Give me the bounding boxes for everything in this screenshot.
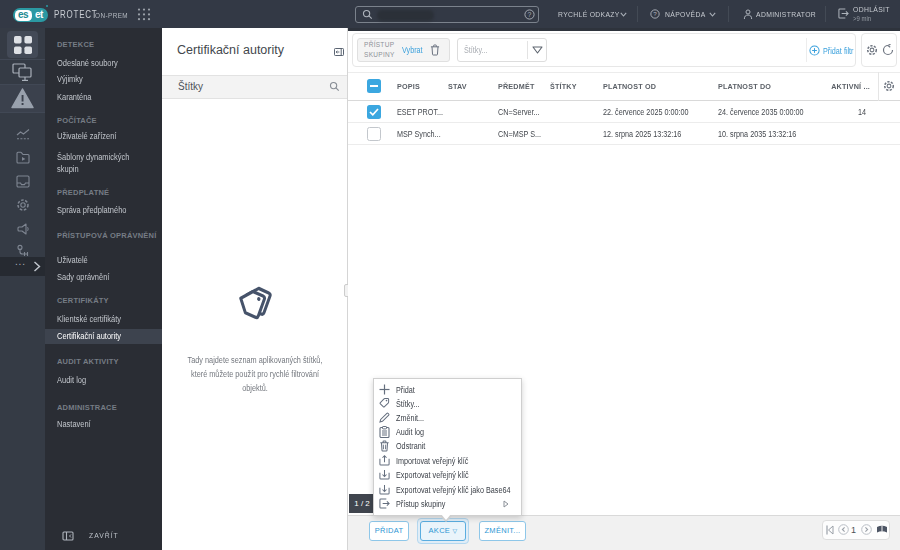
svg-text:?: ?: [528, 11, 532, 18]
svg-text:?: ?: [653, 10, 657, 17]
